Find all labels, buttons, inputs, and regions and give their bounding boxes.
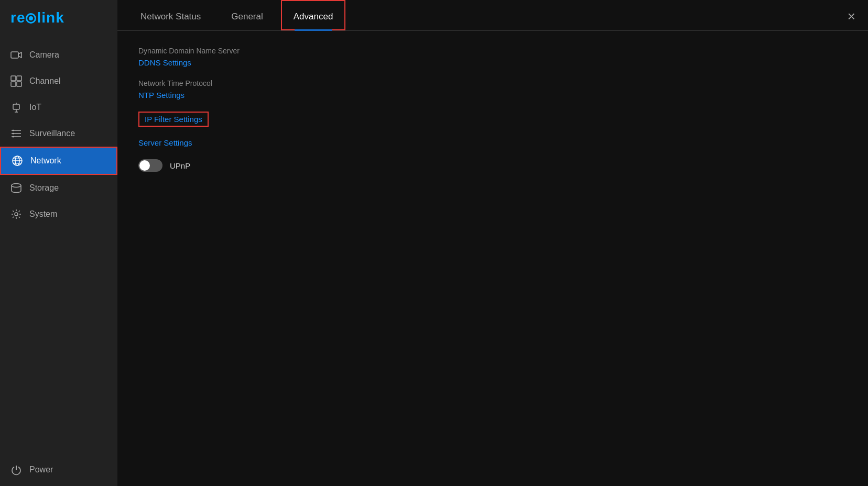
logo-area: relink [0,0,117,37]
content-area: Dynamic Domain Name Server DDNS Settings… [117,31,868,486]
server-group: Server Settings [138,138,847,148]
toggle-knob [139,160,150,171]
surveillance-icon [10,128,22,139]
ddns-label: Dynamic Domain Name Server [138,47,847,55]
svg-point-19 [15,213,18,216]
sidebar-item-channel-label: Channel [29,76,61,86]
svg-rect-0 [11,52,18,58]
sidebar-item-camera-label: Camera [29,50,59,60]
svg-rect-3 [17,76,21,81]
ntp-group: Network Time Protocol NTP Settings [138,79,847,100]
channel-icon [10,75,22,87]
sidebar-item-channel[interactable]: Channel [0,68,117,94]
sidebar-item-iot[interactable]: IoT [0,94,117,120]
ip-filter-group: IP Filter Settings [138,112,847,127]
sidebar-item-storage[interactable]: Storage [0,175,117,201]
ip-filter-settings-link[interactable]: IP Filter Settings [138,112,209,127]
sidebar-item-network[interactable]: Network [0,147,117,175]
tabs-bar: Network Status General Advanced [117,0,868,31]
sidebar-item-network-label: Network [30,156,61,165]
tab-general[interactable]: General [219,0,275,30]
nav-items: Camera Channel [0,37,117,454]
server-settings-link[interactable]: Server Settings [138,138,192,147]
sidebar-bottom: Power [0,454,117,486]
power-icon [10,464,22,476]
close-button[interactable]: × [848,9,855,23]
logo: relink [10,9,64,26]
sidebar-item-storage-label: Storage [29,183,59,193]
power-button[interactable]: Power [10,464,107,476]
sidebar-item-camera[interactable]: Camera [0,42,117,68]
storage-icon [10,182,22,194]
tab-network-status[interactable]: Network Status [128,0,213,30]
sidebar-item-system-label: System [29,209,57,219]
ddns-group: Dynamic Domain Name Server DDNS Settings [138,47,847,68]
sidebar: relink Camera Channel [0,0,117,486]
tab-advanced[interactable]: Advanced [281,0,346,30]
main-content: × Network Status General Advanced Dynami… [117,0,868,486]
ddns-settings-link[interactable]: DDNS Settings [138,58,191,67]
sidebar-item-system[interactable]: System [0,201,117,227]
sidebar-item-surveillance-label: Surveillance [29,129,75,138]
upnp-row: UPnP [138,159,847,172]
svg-rect-4 [11,82,16,86]
svg-marker-1 [18,52,21,58]
camera-icon [10,49,22,61]
svg-rect-2 [11,76,16,81]
svg-point-11 [13,133,14,135]
network-icon [12,155,23,167]
system-icon [10,208,22,220]
iot-icon [10,102,22,113]
svg-point-12 [13,136,14,138]
svg-point-10 [13,130,14,131]
sidebar-item-iot-label: IoT [29,103,41,112]
svg-point-18 [12,184,21,187]
upnp-toggle[interactable] [138,159,162,172]
power-label: Power [29,465,53,474]
ntp-label: Network Time Protocol [138,79,847,87]
sidebar-item-surveillance[interactable]: Surveillance [0,120,117,147]
ntp-settings-link[interactable]: NTP Settings [138,91,185,100]
upnp-label: UPnP [170,161,190,170]
svg-rect-6 [13,104,19,109]
svg-rect-5 [17,82,21,86]
